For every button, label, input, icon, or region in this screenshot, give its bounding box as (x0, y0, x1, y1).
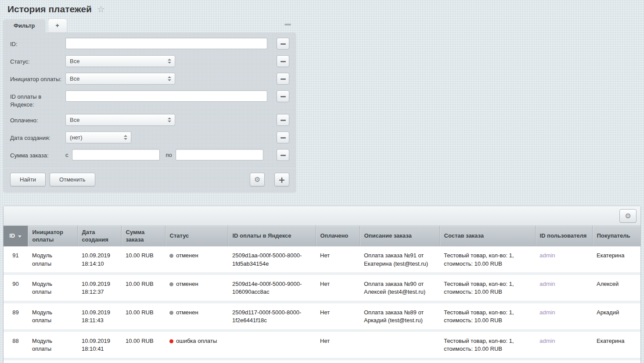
paid-select-value: Все (70, 117, 79, 123)
column-header-created[interactable]: Дата создания (77, 226, 121, 246)
remove-field-button[interactable] (277, 90, 289, 102)
remove-field-button[interactable] (277, 55, 289, 67)
cell-paid: Нет (316, 331, 360, 359)
remove-field-button[interactable] (277, 132, 289, 143)
user-link[interactable]: admin (540, 338, 555, 344)
cell-paid: Да (316, 359, 360, 363)
list-toolbar (4, 206, 640, 226)
cell-amount: 10.00 RUB (121, 274, 165, 302)
column-header-yandex-id[interactable]: ID оплаты в Яндексе (228, 226, 316, 246)
field-label: Сумма заказа: (10, 149, 65, 160)
column-header-contents[interactable]: Состав заказа (439, 226, 535, 246)
column-header-user-id[interactable]: ID пользователя (535, 226, 592, 246)
find-button[interactable]: Найти (10, 173, 46, 186)
filter-row-paid: Оплачено: Все (10, 114, 289, 126)
filter-settings-button[interactable] (250, 173, 265, 186)
cell-buyer: Аркадий (592, 302, 641, 331)
minus-icon (281, 96, 286, 97)
field-label: Инициатор оплаты: (10, 73, 65, 83)
payments-list-panel: ID Инициатор оплаты Дата создания Сумма … (3, 206, 641, 363)
status-select[interactable]: Все (65, 55, 175, 67)
yandex-payment-id-input[interactable] (65, 90, 267, 102)
column-header-paid[interactable]: Оплачено (316, 226, 360, 246)
filter-footer: Найти Отменить (3, 167, 296, 193)
cell-status: отменен (165, 302, 228, 331)
remove-field-button[interactable] (277, 114, 289, 126)
paid-select[interactable]: Все (65, 114, 175, 126)
minus-icon (281, 61, 286, 62)
cancel-button[interactable]: Отменить (50, 173, 95, 186)
filter-row-initiator: Инициатор оплаты: Все (10, 73, 289, 85)
field-label: Статус: (10, 55, 65, 66)
initiator-select-value: Все (70, 75, 79, 82)
add-field-button[interactable] (274, 173, 289, 186)
cell-user-id: admin (535, 359, 592, 363)
created-date-select[interactable]: (нет) (65, 132, 131, 143)
column-header-initiator[interactable]: Инициатор оплаты (28, 226, 77, 246)
filter-row-id: ID: (10, 38, 289, 50)
add-filter-tab[interactable]: + (48, 19, 67, 32)
cell-contents: Нижнее белье Белая Свобода, кол-во: 1, с… (439, 359, 535, 363)
minus-icon (281, 78, 286, 80)
cell-created: 10.09.2019 18:12:37 (77, 274, 121, 302)
cell-created: 10.09.2019 18:14:10 (77, 246, 121, 274)
plus-icon: + (56, 22, 59, 29)
field-label: ID: (10, 38, 65, 48)
cell-initiator: Платежная система (28, 359, 77, 363)
id-input[interactable] (65, 38, 267, 49)
cell-amount: 1259.10 RUB (121, 359, 165, 363)
sum-to-input[interactable] (176, 149, 263, 160)
cell-status: успешно завершен (165, 359, 228, 363)
tab-filter[interactable]: Фильтр (3, 19, 46, 32)
star-icon[interactable] (97, 5, 105, 14)
column-header-buyer[interactable]: Покупатель (592, 226, 641, 246)
cell-created: 10.09.2019 18:10:41 (77, 331, 121, 359)
remove-field-button[interactable] (277, 38, 289, 50)
user-link[interactable]: admin (540, 309, 555, 316)
table-row: 90 Модуль оплаты 10.09.2019 18:12:37 10.… (4, 274, 641, 302)
table-row: 91 Модуль оплаты 10.09.2019 18:14:10 10.… (4, 246, 641, 274)
cell-created: 10.09.2019 18:11:43 (77, 302, 121, 331)
list-settings-button[interactable] (619, 209, 637, 223)
cell-amount: 10.00 RUB (121, 302, 165, 331)
remove-field-button[interactable] (277, 73, 289, 85)
select-arrows-icon (168, 76, 171, 81)
cell-description: Оплата заказа №91 от Екатерина (test@tes… (360, 246, 439, 274)
filter-body: ID: Статус: Все Инициатор оплаты: Все ID… (3, 32, 296, 167)
cell-paid: Нет (316, 274, 360, 302)
gear-icon (625, 213, 631, 220)
column-header-id[interactable]: ID (4, 226, 28, 246)
status-dot-icon (169, 282, 173, 286)
page-header: История платежей (0, 0, 644, 18)
minimize-filter-icon[interactable] (284, 24, 291, 25)
sum-from-label: с (65, 149, 72, 158)
tab-filter-label: Фильтр (14, 22, 35, 29)
cell-yandex-id (228, 331, 316, 359)
cell-id: 88 (4, 331, 28, 359)
user-link[interactable]: admin (540, 281, 555, 287)
column-header-status[interactable]: Статус (165, 226, 228, 246)
column-header-amount[interactable]: Сумма заказа (121, 226, 165, 246)
user-link[interactable]: admin (540, 252, 555, 259)
select-arrows-icon (168, 59, 171, 64)
minus-icon (281, 155, 286, 156)
status-dot-icon (169, 311, 173, 315)
cell-description: Оплата заказа №89 от Аркадий (test@test.… (360, 302, 439, 331)
sum-from-input[interactable] (72, 149, 160, 160)
cell-contents: Тестовый товар, кол-во: 1, стоимость: 10… (439, 246, 535, 274)
cell-buyer (592, 359, 641, 363)
cell-description: Оплата заказа №90 от Алексей (test4@test… (360, 274, 439, 302)
cell-id: 91 (4, 246, 28, 274)
table-row: 87 Платежная система 10.09.2019 17:40:05… (4, 359, 641, 363)
minus-icon (281, 137, 286, 139)
cell-amount: 10.00 RUB (121, 331, 165, 359)
minus-icon (281, 43, 286, 45)
cell-buyer: Екатерина (592, 246, 641, 274)
initiator-select[interactable]: Все (65, 73, 175, 85)
sort-desc-icon (18, 235, 22, 238)
status-select-value: Все (70, 58, 79, 64)
cell-buyer: Екатерина (592, 331, 641, 359)
table-row: 89 Модуль оплаты 10.09.2019 18:11:43 10.… (4, 302, 641, 331)
remove-field-button[interactable] (277, 149, 289, 161)
column-header-description[interactable]: Описание заказа (360, 226, 439, 246)
